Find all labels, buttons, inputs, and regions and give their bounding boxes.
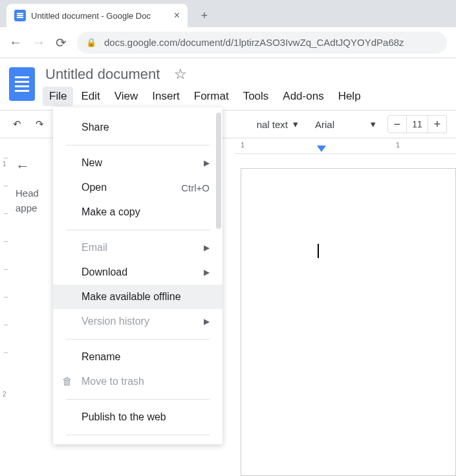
tab-title: Untitled document - Google Doc: [31, 11, 169, 21]
reload-button[interactable]: ⟳: [56, 35, 67, 50]
menu-make-available-offline[interactable]: Make available offline: [53, 285, 223, 309]
menu-move-to-trash[interactable]: 🗑Move to trash: [53, 369, 223, 394]
menu-rename[interactable]: Rename: [53, 345, 223, 369]
menu-insert[interactable]: Insert: [146, 87, 186, 106]
new-tab-button[interactable]: +: [195, 6, 213, 25]
ruler-tick: 1: [241, 141, 244, 149]
menu-tools[interactable]: Tools: [237, 87, 276, 106]
shortcut-label: Ctrl+O: [181, 182, 210, 193]
app-header: Untitled document ☆ File Edit View Inser…: [0, 58, 456, 106]
star-icon[interactable]: ☆: [174, 66, 187, 83]
menu-version-history[interactable]: Version history▶: [53, 309, 223, 334]
menu-email[interactable]: Email▶: [53, 235, 223, 260]
chevron-down-icon: ▾: [293, 118, 298, 130]
menu-addons[interactable]: Add-ons: [276, 87, 330, 106]
submenu-arrow-icon: ▶: [204, 158, 210, 168]
docs-favicon: [14, 10, 26, 21]
submenu-arrow-icon: ▶: [204, 243, 210, 252]
vtick: 1: [3, 160, 6, 168]
font-size-group: − 11 +: [387, 115, 447, 133]
document-title[interactable]: Untitled document: [43, 65, 162, 84]
chevron-down-icon: ▾: [371, 118, 376, 130]
indent-marker-icon[interactable]: [317, 146, 326, 152]
paragraph-style-select[interactable]: nal text ▾: [252, 118, 303, 130]
vertical-ruler: 1 2: [4, 158, 10, 476]
ruler-tick: 1: [396, 141, 400, 149]
docs-logo-icon[interactable]: [9, 67, 35, 101]
menu-file[interactable]: File: [43, 87, 73, 106]
font-select[interactable]: Arial ▾: [310, 118, 381, 130]
url-field[interactable]: 🔒 docs.google.com/document/d/1lptirzASO3…: [77, 32, 447, 54]
menu-format[interactable]: Format: [188, 87, 235, 106]
text-cursor: [318, 244, 319, 258]
menu-make-copy[interactable]: Make a copy: [53, 200, 223, 224]
url-text: docs.google.com/document/d/1lptirzASO3Iv…: [104, 37, 404, 48]
menu-edit[interactable]: Edit: [74, 87, 106, 106]
menu-open[interactable]: OpenCtrl+O: [53, 175, 223, 200]
back-button[interactable]: ←: [9, 35, 22, 50]
menu-help[interactable]: Help: [332, 87, 367, 106]
horizontal-ruler[interactable]: 1 1: [234, 138, 456, 154]
address-bar: ← → ⟳ 🔒 docs.google.com/document/d/1lpti…: [0, 27, 456, 58]
menu-new[interactable]: New▶: [53, 151, 223, 175]
file-menu-dropdown: Share New▶ OpenCtrl+O Make a copy Email▶…: [53, 107, 223, 444]
submenu-arrow-icon: ▶: [204, 317, 210, 326]
font-label: Arial: [315, 119, 334, 130]
font-size-increase[interactable]: +: [428, 116, 446, 133]
undo-icon[interactable]: ↶: [9, 116, 25, 133]
style-label: nal text: [257, 119, 288, 130]
font-size-value[interactable]: 11: [406, 116, 428, 133]
redo-icon[interactable]: ↷: [32, 116, 48, 133]
browser-tab[interactable]: Untitled document - Google Doc ×: [6, 4, 188, 27]
font-size-decrease[interactable]: −: [388, 116, 406, 133]
document-canvas[interactable]: [241, 168, 456, 476]
submenu-arrow-icon: ▶: [204, 268, 210, 277]
menu-share[interactable]: Share: [53, 115, 223, 140]
trash-icon: 🗑: [62, 376, 72, 387]
close-tab-icon[interactable]: ×: [174, 10, 180, 21]
menu-publish-web[interactable]: Publish to the web: [53, 405, 223, 429]
browser-tab-strip: Untitled document - Google Doc × +: [0, 0, 456, 27]
menu-view[interactable]: View: [108, 87, 145, 106]
forward-button[interactable]: →: [32, 35, 45, 50]
menu-bar: File Edit View Insert Format Tools Add-o…: [43, 87, 367, 106]
menu-download[interactable]: Download▶: [53, 260, 223, 285]
vtick: 2: [3, 391, 6, 398]
lock-icon: 🔒: [86, 38, 96, 47]
